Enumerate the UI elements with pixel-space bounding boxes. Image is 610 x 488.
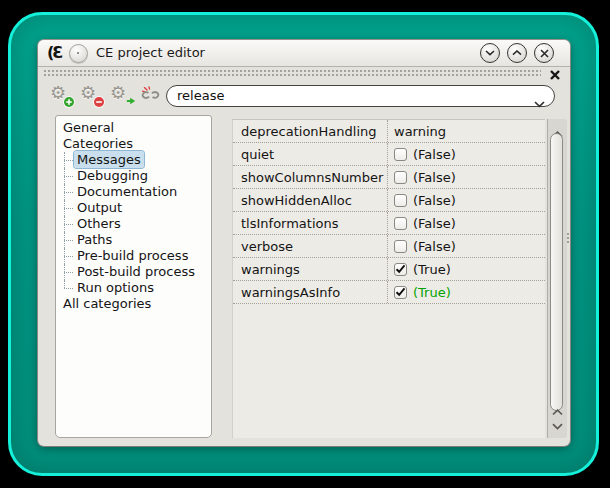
toolbar-handle[interactable] xyxy=(43,68,541,78)
tree-item-label: Paths xyxy=(77,232,112,247)
property-value-cell: (False) xyxy=(387,235,545,257)
property-value-text: (False) xyxy=(413,147,456,162)
table-row[interactable]: tlsInformations(False) xyxy=(233,212,545,235)
tree-item-pre-build-process[interactable]: Pre-build process xyxy=(56,248,211,264)
table-row[interactable]: warningsAsInfo(True) xyxy=(233,281,545,304)
property-value-text: (True) xyxy=(413,285,451,300)
maximize-button[interactable] xyxy=(507,43,527,63)
checkbox-unchecked[interactable] xyxy=(394,148,407,161)
property-value-text: (True) xyxy=(413,262,451,277)
tree-item-messages[interactable]: Messages xyxy=(56,152,211,168)
tree-item-label: Messages xyxy=(74,151,144,168)
close-icon xyxy=(540,49,549,58)
property-name: showColumnsNumber xyxy=(233,170,387,185)
property-table: deprecationHandlingwarningquiet(False)sh… xyxy=(232,119,545,438)
tree-item-debugging[interactable]: Debugging xyxy=(56,168,211,184)
tree-item-label: Others xyxy=(77,216,121,231)
property-value-text: (False) xyxy=(413,239,456,254)
minimize-button[interactable] xyxy=(480,43,500,63)
tree-item-run-options[interactable]: Run options xyxy=(56,280,211,296)
property-name: warningsAsInfo xyxy=(233,285,387,300)
window-menu-button[interactable] xyxy=(69,44,88,63)
property-value-cell: (False) xyxy=(387,189,545,211)
vertical-scrollbar[interactable] xyxy=(547,119,567,438)
tree-item-all-categories[interactable]: All categories xyxy=(56,296,211,312)
tree-item-label: Run options xyxy=(77,280,154,295)
remove-configuration-button[interactable]: ⚙ xyxy=(80,84,102,106)
scrollbar-thumb[interactable] xyxy=(550,133,563,411)
tree-item-label: All categories xyxy=(63,296,151,311)
property-value-text: (False) xyxy=(413,216,456,231)
app-icon: (Ɛ xyxy=(47,43,61,62)
tree-item-paths[interactable]: Paths xyxy=(56,232,211,248)
tree-item-post-build-process[interactable]: Post-build process xyxy=(56,264,211,280)
ce-project-editor-window: (Ɛ CE project editor ⚙ xyxy=(38,40,570,446)
toolbar-close-icon[interactable] xyxy=(549,66,561,78)
run-configuration-button[interactable]: ⚙ xyxy=(110,84,132,106)
property-name: deprecationHandling xyxy=(233,124,387,139)
tree-item-label: Documentation xyxy=(77,184,177,199)
titlebar[interactable]: (Ɛ CE project editor xyxy=(38,40,570,67)
table-row[interactable]: verbose(False) xyxy=(233,235,545,258)
checkbox-unchecked[interactable] xyxy=(394,240,407,253)
tree-item-documentation[interactable]: Documentation xyxy=(56,184,211,200)
add-configuration-button[interactable]: ⚙ xyxy=(50,84,72,106)
splitter-dots[interactable] xyxy=(567,233,569,245)
property-value-cell: warning xyxy=(387,120,545,142)
property-name: tlsInformations xyxy=(233,216,387,231)
tree-item-label: Debugging xyxy=(77,168,148,183)
unlink-button[interactable] xyxy=(140,86,162,108)
checkbox-unchecked[interactable] xyxy=(394,217,407,230)
property-value-cell: (False) xyxy=(387,166,545,188)
table-row[interactable]: showColumnsNumber(False) xyxy=(233,166,545,189)
tree-item-output[interactable]: Output xyxy=(56,200,211,216)
property-value-cell: (True) xyxy=(387,258,545,280)
checkbox-checked[interactable] xyxy=(394,263,407,276)
property-name: quiet xyxy=(233,147,387,162)
tree-item-label: Pre-build process xyxy=(77,248,188,263)
broken-link-icon xyxy=(140,86,161,103)
category-tree: GeneralCategoriesMessagesDebuggingDocume… xyxy=(55,115,212,438)
combobox-value: release xyxy=(177,88,224,103)
property-value-text: (False) xyxy=(413,193,456,208)
table-row[interactable]: warnings(True) xyxy=(233,258,545,281)
property-value-cell: (True) xyxy=(387,281,545,303)
toolbar: ⚙ ⚙ ⚙ xyxy=(38,78,570,114)
gear-arrow-icon: ⚙ xyxy=(110,82,126,104)
screen: (Ɛ CE project editor ⚙ xyxy=(0,0,610,488)
property-value-cell: (False) xyxy=(387,143,545,165)
tree-item-label: Post-build process xyxy=(77,264,195,279)
table-row[interactable]: deprecationHandlingwarning xyxy=(233,120,545,143)
property-value-text: warning xyxy=(394,124,446,139)
property-value-text: (False) xyxy=(413,170,456,185)
window-title: CE project editor xyxy=(96,45,205,60)
tree-item-label: Categories xyxy=(63,136,133,151)
tree-item-general[interactable]: General xyxy=(56,120,211,136)
tree-item-others[interactable]: Others xyxy=(56,216,211,232)
chevron-down-icon xyxy=(534,93,545,112)
chevron-down-icon xyxy=(485,50,495,56)
tree-item-label: General xyxy=(63,120,114,135)
property-name: warnings xyxy=(233,262,387,277)
table-row[interactable]: quiet(False) xyxy=(233,143,545,166)
tree-item-categories[interactable]: Categories xyxy=(56,136,211,152)
chevron-up-icon xyxy=(512,50,522,56)
property-value-cell: (False) xyxy=(387,212,545,234)
checkbox-unchecked[interactable] xyxy=(394,194,407,207)
decorative-frame: (Ɛ CE project editor ⚙ xyxy=(8,12,599,476)
close-button[interactable] xyxy=(534,43,554,63)
table-row[interactable]: showHiddenAlloc(False) xyxy=(233,189,545,212)
property-name: showHiddenAlloc xyxy=(233,193,387,208)
configuration-combobox[interactable]: release xyxy=(166,85,555,107)
checkbox-unchecked[interactable] xyxy=(394,171,407,184)
tree-item-label: Output xyxy=(77,200,122,215)
scroll-down-icon[interactable] xyxy=(552,415,563,434)
property-name: verbose xyxy=(233,239,387,254)
checkbox-checked[interactable] xyxy=(394,286,407,299)
